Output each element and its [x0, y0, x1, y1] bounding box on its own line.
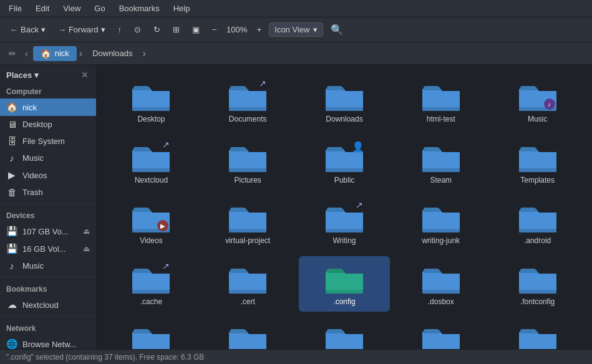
- file-icon-documents[interactable]: ↗Documents: [202, 74, 294, 130]
- statusbar-text: ".config" selected (containing 37 items)…: [6, 353, 204, 362]
- sidebar-vol107-label: 107 GB Vo...: [22, 227, 69, 236]
- sidebar-item-vol16[interactable]: 💾 16 GB Vol... ⏏: [0, 240, 96, 257]
- sidebar-desktop-label: Desktop: [22, 120, 52, 129]
- search-button[interactable]: 🔍: [326, 21, 348, 38]
- sidebar-item-videos[interactable]: ▶ Videos: [0, 166, 96, 184]
- menu-edit[interactable]: Edit: [29, 2, 56, 14]
- file-label-documents: Documents: [229, 115, 267, 125]
- menu-file[interactable]: File: [2, 2, 28, 14]
- file-icon-videos[interactable]: ▶Videos: [105, 195, 197, 251]
- sidebar-item-browse-net[interactable]: 🌐 Browse Netw...: [0, 335, 96, 349]
- file-icon-fontconfig[interactable]: .fontconfig: [492, 256, 583, 312]
- file-icon-writing[interactable]: ↗Writing: [299, 195, 391, 251]
- sidebar-item-desktop[interactable]: 🖥 Desktop: [0, 116, 96, 133]
- sidebar-divider-3: [0, 316, 96, 317]
- folder-person-badge: 👤: [352, 141, 364, 153]
- forward-arrow-icon: →: [58, 25, 66, 34]
- view-label: Icon View: [274, 25, 309, 34]
- menu-go[interactable]: Go: [88, 2, 111, 14]
- breadcrumb-pencil[interactable]: ✏: [5, 46, 20, 61]
- sidebar-trash-label: Trash: [22, 188, 43, 197]
- file-icon-icons[interactable]: .icons: [492, 317, 583, 349]
- sidebar-divider-2: [0, 277, 96, 277]
- sidebar-divider-1: [0, 203, 96, 204]
- folder-wrapper-gnupg: [228, 322, 268, 349]
- folder-wrapper-virtual-project: [228, 200, 268, 234]
- file-icon-nextcloud[interactable]: ↗Nextcloud: [105, 135, 197, 191]
- file-label-steam: Steam: [430, 176, 452, 186]
- filesystem-icon: 🗄: [6, 136, 17, 146]
- sidebar-item-music-dev[interactable]: ♪ Music: [0, 257, 96, 274]
- folder-wrapper-html-test: [421, 79, 461, 112]
- file-icon-android[interactable]: .android: [492, 195, 583, 251]
- file-icon-cache[interactable]: ↗.cache: [105, 256, 197, 312]
- folder-wrapper-cache: ↗: [131, 261, 171, 295]
- location-button[interactable]: ⊙: [129, 22, 146, 37]
- sidebar-browse-net-label: Browse Netw...: [22, 340, 77, 349]
- file-icon-pictures[interactable]: Pictures: [202, 135, 294, 191]
- file-icon-hplip[interactable]: .hplip: [395, 317, 487, 349]
- sidebar-section-computer: Computer: [0, 82, 96, 98]
- zoom-controls: 100% +: [225, 22, 267, 37]
- menu-bookmarks[interactable]: Bookmarks: [113, 2, 166, 14]
- file-icon-html-test[interactable]: html-test: [395, 74, 487, 130]
- file-label-writing-junk: writing-junk: [422, 236, 460, 246]
- folder-wrapper-gem: [131, 322, 171, 349]
- file-icon-config[interactable]: .config: [299, 256, 391, 312]
- file-icon-writing-junk[interactable]: writing-junk: [395, 195, 487, 251]
- breadcrumb-downloads[interactable]: Downloads: [85, 46, 140, 60]
- sidebar-item-trash[interactable]: 🗑 Trash: [0, 184, 96, 201]
- file-label-public: Public: [334, 176, 355, 186]
- minimize-button[interactable]: −: [207, 22, 222, 37]
- sidebar-nick-label: nick: [22, 103, 37, 112]
- breadcrumb-home[interactable]: 🏠 nick: [33, 46, 77, 61]
- file-icon-grsync[interactable]: .grsync: [299, 317, 391, 349]
- file-icon-virtual-project[interactable]: virtual-project: [202, 195, 294, 251]
- browse-net-icon: 🌐: [6, 338, 17, 349]
- statusbar: ".config" selected (containing 37 items)…: [0, 349, 592, 364]
- up-button[interactable]: ↑: [113, 22, 127, 37]
- menu-help[interactable]: Help: [167, 2, 197, 14]
- folder-wrapper-downloads: [324, 79, 364, 112]
- folder-wrapper-music: ♪: [518, 79, 558, 112]
- forward-dropdown-icon: ▾: [101, 25, 105, 34]
- zoom-level: 100%: [225, 25, 250, 34]
- file-label-writing: Writing: [332, 236, 356, 246]
- view-select[interactable]: Icon View ▾: [269, 22, 323, 37]
- sidebar-item-vol107[interactable]: 💾 107 GB Vo... ⏏: [0, 223, 96, 240]
- toggle-button[interactable]: ▣: [187, 22, 205, 37]
- sidebar-item-music[interactable]: ♪ Music: [0, 150, 96, 166]
- sidebar-item-nextcloud[interactable]: ☁ Nextcloud: [0, 296, 96, 314]
- file-icon-cert[interactable]: .cert: [202, 256, 294, 312]
- view-dropdown-icon: ▾: [313, 25, 318, 34]
- toggle-icon: ▣: [192, 25, 200, 34]
- folder-wrapper-writing-junk: [421, 200, 461, 234]
- file-view: Desktop ↗Documents Downloads html-test ♪…: [97, 65, 592, 349]
- file-label-html-test: html-test: [427, 115, 455, 125]
- file-icon-music[interactable]: ♪Music: [492, 74, 583, 130]
- computer-button[interactable]: ⊞: [168, 22, 185, 37]
- breadcrumb-back[interactable]: ‹: [21, 46, 32, 61]
- reload-button[interactable]: ↻: [148, 22, 165, 37]
- back-label: Back: [21, 25, 39, 34]
- file-icon-gnupg[interactable]: .gnupg: [202, 317, 294, 349]
- file-icon-templates[interactable]: Templates: [492, 135, 583, 191]
- eject-107-button[interactable]: ⏏: [83, 227, 90, 236]
- eject-16-button[interactable]: ⏏: [83, 244, 90, 253]
- file-icon-desktop[interactable]: Desktop: [105, 74, 197, 130]
- places-close-button[interactable]: ✕: [79, 69, 91, 81]
- file-icon-dosbox[interactable]: .dosbox: [395, 256, 487, 312]
- breadcrumb-home-label: nick: [55, 49, 69, 58]
- sidebar-nextcloud-label: Nextcloud: [22, 300, 59, 310]
- file-icon-public[interactable]: 👤Public: [299, 135, 391, 191]
- menu-view[interactable]: View: [57, 2, 87, 14]
- file-icon-steam[interactable]: Steam: [395, 135, 487, 191]
- file-icon-gem[interactable]: .gem: [105, 317, 197, 349]
- zoom-plus-button[interactable]: +: [252, 22, 267, 37]
- back-button[interactable]: ← Back ▾: [5, 22, 51, 37]
- sidebar-item-filesystem[interactable]: 🗄 File System: [0, 133, 96, 150]
- forward-button[interactable]: → Forward ▾: [53, 22, 110, 37]
- file-icon-downloads[interactable]: Downloads: [299, 74, 391, 130]
- reload-icon: ↻: [153, 25, 160, 34]
- sidebar-item-nick[interactable]: 🏠 nick: [0, 98, 96, 116]
